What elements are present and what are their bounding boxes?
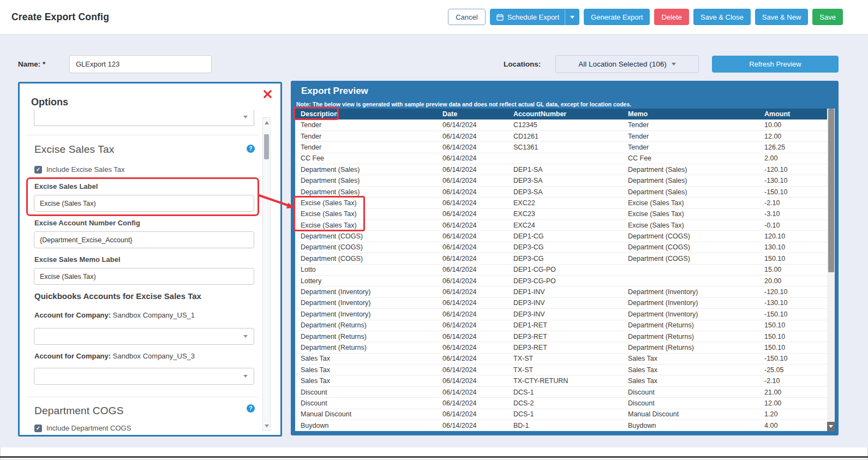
table-row: Department (Sales)06/14/2024DEP3-SADepar…	[295, 175, 827, 186]
company-account-dropdown-2[interactable]	[34, 368, 254, 385]
table-cell: 150.10	[759, 320, 827, 331]
scrollbar-thumb[interactable]	[264, 134, 269, 159]
table-cell: Manual Discount	[295, 409, 437, 420]
company-account-dropdown-1[interactable]	[34, 328, 254, 345]
table-cell	[622, 264, 759, 275]
table-cell: 06/14/2024	[437, 264, 508, 275]
table-cell: 12.00	[759, 130, 827, 141]
partial-dropdown[interactable]	[34, 110, 254, 126]
table-row: Manual Discount06/14/2024DCS-1Manual Dis…	[295, 409, 827, 420]
table-cell: -150.10	[759, 309, 827, 320]
excise-memo-label-input[interactable]	[34, 268, 254, 285]
chevron-down-icon	[243, 375, 248, 378]
excise-sales-tax-heading: Excise Sales Tax	[34, 144, 114, 156]
table-cell: -150.10	[759, 186, 827, 197]
preview-header-row: DescriptionDateAccountNumberMemoAmount	[295, 109, 827, 120]
table-cell: Department (Inventory)	[295, 309, 437, 320]
table-cell: Department (COGS)	[622, 231, 759, 242]
chevron-down-icon	[243, 335, 248, 338]
table-cell: 06/14/2024	[437, 253, 508, 264]
table-cell: 150.10	[759, 342, 827, 353]
table-cell: Department (Returns)	[622, 342, 759, 353]
table-cell: Department (COGS)	[295, 253, 437, 264]
table-cell: DEP3-CG	[508, 253, 622, 264]
cancel-button[interactable]: Cancel	[448, 9, 485, 25]
table-cell: DEP1-CG	[508, 231, 622, 242]
delete-button[interactable]: Delete	[654, 9, 689, 25]
table-cell: 06/14/2024	[437, 365, 508, 375]
save-and-new-button[interactable]: Save & New	[755, 9, 809, 25]
help-icon[interactable]	[247, 404, 255, 413]
table-cell: DEP3-CG	[508, 242, 622, 253]
scrollbar-thumb[interactable]	[828, 109, 834, 272]
table-cell: 15.00	[759, 264, 827, 275]
table-cell: Department (Sales)	[622, 186, 759, 197]
generate-export-button[interactable]: Generate Export	[584, 9, 650, 25]
table-cell: DEP3-RET	[508, 331, 622, 342]
table-cell: EXC24	[508, 220, 622, 231]
include-excise-checkbox-row[interactable]: Include Excise Sales Tax	[34, 165, 125, 174]
table-cell: 06/14/2024	[437, 231, 508, 242]
checkbox-checked-icon[interactable]	[34, 166, 42, 174]
table-cell: DCS-2	[508, 398, 622, 409]
locations-dropdown[interactable]: All Location Selected (106)	[555, 55, 699, 73]
name-input[interactable]	[69, 55, 212, 73]
table-row: Department (Inventory)06/14/2024DEP1-INV…	[295, 286, 827, 297]
table-cell: 120.10	[759, 231, 827, 242]
table-cell: Manual Discount	[622, 409, 759, 420]
table-cell: Discount	[295, 386, 437, 397]
quickbooks-accounts-heading: Quickbooks Accounts for Excise Sales Tax	[34, 291, 201, 301]
checkbox-checked-icon[interactable]	[34, 425, 42, 432]
table-cell: 130.10	[759, 242, 827, 253]
options-panel: Options Excise Sales Tax Include Excise …	[18, 82, 282, 437]
table-cell: Department (Returns)	[295, 342, 437, 353]
table-cell: TX-ST	[508, 365, 622, 375]
excise-account-config-input[interactable]	[34, 231, 254, 248]
table-cell: Excise (Sales Tax)	[622, 198, 759, 208]
column-header-amount[interactable]: Amount	[759, 109, 827, 120]
table-cell: Department (Returns)	[622, 320, 759, 331]
table-row: Department (COGS)06/14/2024DEP3-CGDepart…	[295, 242, 827, 253]
company-name: Sandbox Company_US_1	[113, 311, 195, 319]
table-cell: DCS-1	[508, 386, 622, 397]
scroll-down-icon[interactable]	[265, 425, 269, 427]
column-header-description[interactable]: Description	[295, 109, 437, 120]
table-row: Buydown06/14/2024BD-1Buydown4.00	[295, 420, 827, 431]
include-dept-cogs-checkbox-row[interactable]: Include Department COGS	[34, 424, 131, 432]
save-button[interactable]: Save	[812, 9, 843, 25]
table-cell: Discount	[622, 398, 759, 409]
help-icon[interactable]	[247, 145, 255, 153]
table-cell: 06/14/2024	[437, 342, 508, 353]
table-cell: Sales Tax	[295, 365, 437, 375]
column-header-date[interactable]: Date	[437, 109, 508, 120]
table-cell: -120.10	[759, 286, 827, 297]
calendar-icon	[496, 14, 504, 21]
table-cell: 06/14/2024	[437, 420, 508, 431]
excise-sales-label-input[interactable]	[34, 195, 254, 212]
table-cell: DEP1-RET	[508, 320, 622, 331]
page-title: Create Export Config	[11, 11, 109, 23]
schedule-export-button[interactable]: Schedule Export	[490, 9, 579, 25]
options-scrollbar[interactable]	[262, 117, 271, 431]
refresh-preview-button[interactable]: Refresh Preview	[712, 56, 839, 73]
table-row: Sales Tax06/14/2024TX-CTY-RETURNSales Ta…	[295, 375, 827, 386]
table-cell: Tender	[622, 142, 759, 153]
include-excise-label: Include Excise Sales Tax	[46, 165, 125, 174]
options-title: Options	[31, 97, 68, 108]
table-cell: Tender	[622, 120, 759, 130]
table-cell: 06/14/2024	[437, 175, 508, 186]
save-and-close-button[interactable]: Save & Close	[693, 9, 751, 25]
chevron-down-icon[interactable]	[565, 9, 579, 25]
column-header-accountnumber[interactable]: AccountNumber	[508, 109, 622, 120]
table-cell: Department (Inventory)	[622, 297, 759, 308]
table-row: Lottery06/14/2024DEP3-CG-PO20.00	[295, 275, 827, 286]
table-cell: DEP1-SA	[508, 164, 622, 175]
table-cell: 06/14/2024	[437, 130, 508, 141]
table-cell: CD1261	[508, 130, 622, 141]
column-header-memo[interactable]: Memo	[622, 109, 759, 120]
preview-scrollbar[interactable]	[827, 109, 835, 431]
scroll-up-icon[interactable]	[265, 121, 269, 124]
scroll-down-button[interactable]	[827, 422, 835, 431]
close-icon[interactable]	[263, 89, 272, 99]
table-cell: 06/14/2024	[437, 198, 508, 208]
